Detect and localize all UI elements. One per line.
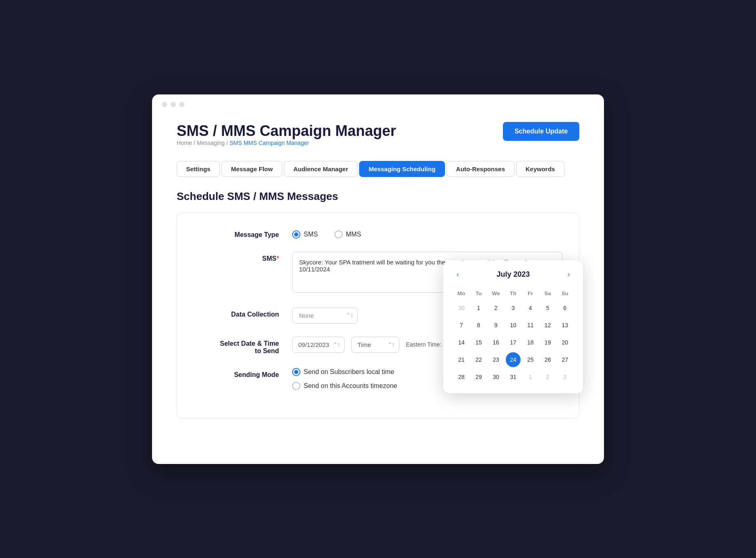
- breadcrumb-messaging: Messaging: [197, 140, 225, 146]
- cal-header-su: Su: [557, 288, 573, 299]
- date-time-label: Select Date & Timeto Send: [194, 337, 292, 355]
- cal-day[interactable]: 2: [489, 301, 503, 315]
- mms-radio-circle[interactable]: [334, 230, 343, 239]
- cal-day[interactable]: 5: [540, 301, 555, 315]
- breadcrumb-current[interactable]: SMS MMS Campaign Manager: [229, 140, 309, 146]
- time-select[interactable]: Time 12:00 AM 1:00 AM: [351, 337, 399, 353]
- sms-radio-label[interactable]: SMS: [292, 230, 318, 239]
- cal-day[interactable]: 17: [506, 335, 521, 350]
- cal-day[interactable]: 14: [454, 335, 469, 350]
- account-timezone-radio-circle[interactable]: [292, 382, 300, 390]
- cal-day[interactable]: 21: [454, 352, 469, 367]
- cal-day[interactable]: 18: [523, 335, 538, 350]
- calendar-popup: ‹ July 2023 › Mo Tu We Th Fr Sa Su 30 1 …: [443, 260, 583, 393]
- cal-day[interactable]: 12: [540, 318, 555, 333]
- cal-day[interactable]: 15: [471, 335, 486, 350]
- cal-day[interactable]: 19: [540, 335, 555, 350]
- header-row: SMS / MMS Campaign Manager Home / Messag…: [177, 122, 579, 158]
- message-type-row: Message Type SMS MMS: [194, 228, 562, 239]
- cal-day[interactable]: 20: [558, 335, 572, 350]
- account-timezone-radio-text: Send on this Accounts timezone: [304, 382, 397, 390]
- cal-day[interactable]: 26: [540, 352, 555, 367]
- form-card: Message Type SMS MMS: [177, 213, 579, 418]
- tab-messaging-scheduling[interactable]: Messaging Scheduling: [359, 161, 445, 177]
- page-title: SMS / MMS Campaign Manager: [177, 122, 396, 140]
- window-dot-yellow: [171, 102, 176, 107]
- cal-header-we: We: [488, 288, 504, 299]
- app-window: SMS / MMS Campaign Manager Home / Messag…: [152, 94, 604, 464]
- mms-radio-label[interactable]: MMS: [334, 230, 361, 239]
- tab-message-flow[interactable]: Message Flow: [221, 161, 282, 177]
- local-time-radio-text: Send on Subscribers local time: [304, 368, 394, 376]
- cal-day[interactable]: 7: [454, 318, 469, 333]
- cal-day[interactable]: 30: [489, 370, 503, 384]
- sms-radio-text: SMS: [304, 231, 318, 238]
- date-select-wrapper: 09/12/2023 ⌃↕: [292, 337, 345, 353]
- message-type-label: Message Type: [194, 228, 292, 239]
- cal-day[interactable]: 3: [506, 301, 521, 315]
- window-dot-red: [162, 102, 167, 107]
- section-title: Schedule SMS / MMS Messages: [177, 190, 579, 203]
- cal-day[interactable]: 3: [558, 370, 572, 384]
- cal-day[interactable]: 11: [523, 318, 538, 333]
- cal-header-sa: Sa: [539, 288, 556, 299]
- sending-mode-label: Sending Mode: [194, 368, 292, 379]
- sms-radio-circle[interactable]: [292, 230, 300, 239]
- tab-auto-responses[interactable]: Auto-Responses: [447, 161, 514, 177]
- cal-header-th: Th: [505, 288, 521, 299]
- date-select[interactable]: 09/12/2023: [292, 337, 345, 353]
- time-select-wrapper: Time 12:00 AM 1:00 AM ⌃↕: [351, 337, 399, 353]
- tab-bar: Settings Message Flow Audience Manager M…: [177, 161, 579, 177]
- breadcrumb: Home / Messaging / SMS MMS Campaign Mana…: [177, 140, 396, 146]
- sms-label: SMS*: [194, 252, 292, 262]
- cal-day[interactable]: 4: [523, 301, 538, 315]
- cal-day[interactable]: 2: [540, 370, 555, 384]
- cal-day[interactable]: 8: [471, 318, 486, 333]
- page-title-group: SMS / MMS Campaign Manager Home / Messag…: [177, 122, 396, 158]
- data-collection-select[interactable]: None Email Phone Name: [292, 308, 358, 324]
- calendar-title: July 2023: [496, 270, 530, 279]
- cal-header-tu: Tu: [470, 288, 487, 299]
- schedule-update-button[interactable]: Schedule Update: [503, 122, 579, 141]
- tab-keywords[interactable]: Keywords: [516, 161, 565, 177]
- cal-day[interactable]: 23: [489, 352, 503, 367]
- cal-header-fr: Fr: [522, 288, 539, 299]
- tab-settings[interactable]: Settings: [177, 161, 220, 177]
- cal-day[interactable]: 6: [558, 301, 572, 315]
- cal-day[interactable]: 29: [471, 370, 486, 384]
- cal-day[interactable]: 1: [523, 370, 538, 384]
- main-content: SMS / MMS Campaign Manager Home / Messag…: [152, 112, 604, 435]
- cal-day[interactable]: 13: [558, 318, 572, 333]
- titlebar: [152, 94, 604, 112]
- cal-day[interactable]: 25: [523, 352, 538, 367]
- calendar-header: ‹ July 2023 ›: [453, 269, 573, 280]
- data-collection-label: Data Collection: [194, 308, 292, 318]
- cal-day[interactable]: 9: [489, 318, 503, 333]
- cal-day[interactable]: 16: [489, 335, 503, 350]
- cal-day[interactable]: 31: [506, 370, 521, 384]
- cal-day[interactable]: 1: [471, 301, 486, 315]
- breadcrumb-home: Home: [177, 140, 192, 146]
- cal-day[interactable]: 10: [506, 318, 521, 333]
- cal-day[interactable]: 27: [558, 352, 572, 367]
- local-time-radio-circle[interactable]: [292, 368, 300, 376]
- message-type-radio-group: SMS MMS: [292, 228, 562, 239]
- window-dot-green: [179, 102, 184, 107]
- calendar-grid: Mo Tu We Th Fr Sa Su 30 1 2 3 4 5 6: [453, 288, 573, 385]
- tab-audience-manager[interactable]: Audience Manager: [284, 161, 357, 177]
- cal-header-mo: Mo: [453, 288, 470, 299]
- cal-day[interactable]: 28: [454, 370, 469, 384]
- cal-day[interactable]: 30: [454, 301, 469, 315]
- calendar-prev-button[interactable]: ‹: [453, 269, 462, 280]
- data-collection-select-wrapper: None Email Phone Name ⌃↕: [292, 308, 358, 324]
- cal-day-selected[interactable]: 24: [506, 352, 521, 367]
- mms-radio-text: MMS: [346, 231, 361, 238]
- calendar-next-button[interactable]: ›: [564, 269, 573, 280]
- message-type-control: SMS MMS: [292, 228, 562, 239]
- cal-day[interactable]: 22: [471, 352, 486, 367]
